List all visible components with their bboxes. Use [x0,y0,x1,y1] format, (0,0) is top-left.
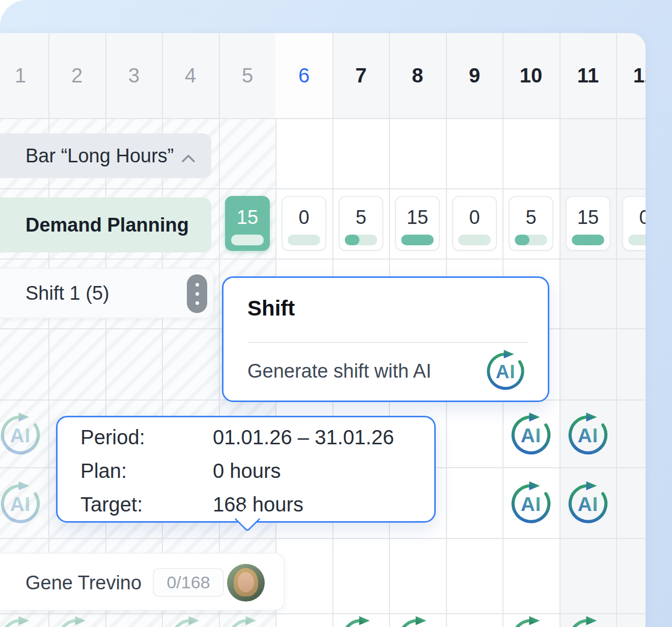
tooltip-value: 168 hours [213,488,303,521]
tooltip-value: 0 hours [213,454,281,488]
ai-generate-icon[interactable] [339,615,383,627]
demand-progress-pill [458,235,491,245]
ai-generate-icon[interactable] [566,411,610,456]
day-header-10[interactable]: 10 [502,33,559,118]
period-plan-target-tooltip: Period: 01.01.26 – 31.01.26 Plan: 0 hour… [56,416,436,523]
weekend-days-region [559,118,646,627]
demand-progress-pill [572,235,604,245]
demand-value: 15 [567,197,609,229]
chevron-up-icon[interactable] [182,145,195,167]
ai-generate-icon-disabled [0,480,43,525]
ai-generate-icon[interactable] [509,615,553,627]
demand-cell-day6[interactable]: 0 [282,196,326,251]
day-header-5[interactable]: 5 [219,33,276,118]
demand-cell-day8[interactable]: 15 [395,196,440,251]
employee-hours-badge: 0/168 [153,568,224,597]
ai-generate-icon-disabled [0,615,43,627]
generate-shift-with-ai-menu-item[interactable]: Generate shift with AI [247,358,431,384]
group-header-bar-long-hours[interactable]: Bar “Long Hours” [0,133,211,178]
employee-row-gene-trevino[interactable]: Gene Trevino 0/168 [0,553,285,611]
tooltip-label: Target: [80,488,213,521]
day-header-6-current[interactable]: 6 [275,33,332,118]
day-header-3[interactable]: 3 [105,33,162,118]
demand-progress-pill [345,235,377,245]
avatar [227,564,265,602]
demand-progress-pill [231,235,264,245]
employee-name: Gene Trevino [25,554,142,612]
demand-cell-day12[interactable]: 0 [622,196,646,251]
demand-value: 15 [396,197,439,229]
demand-value: 0 [283,197,325,229]
day-header-11[interactable]: 11 [559,33,617,118]
day-header-12[interactable]: 12 [616,33,646,118]
tooltip-row-period: Period: 01.01.26 – 31.01.26 [80,420,434,454]
schedule-page: 1 2 3 4 5 6 7 8 9 10 11 12 Bar “Long Hou… [0,0,672,627]
demand-value: 0 [623,197,646,229]
demand-value: 5 [340,197,382,229]
demand-value: 0 [453,197,496,229]
gridline [0,188,646,189]
ai-generate-icon[interactable] [509,411,553,456]
shift-1-row-label[interactable]: Shift 1 (5) [0,268,214,319]
group-label: Bar “Long Hours” [25,145,174,167]
kebab-menu-icon[interactable] [187,274,207,313]
gridline [0,613,646,614]
popup-title: Shift [247,296,295,321]
popup-divider [247,342,528,343]
ai-generate-icon[interactable] [395,615,440,627]
ai-generate-icon-disabled [54,615,99,627]
day-header-1[interactable]: 1 [0,33,49,118]
demand-progress-pill [628,235,646,245]
shift-1-label: Shift 1 (5) [25,282,109,304]
ai-generate-icon[interactable] [484,349,527,391]
demand-cell-day5[interactable]: 15 [225,196,270,251]
ai-generate-icon[interactable] [566,615,610,627]
schedule-grid-panel: 1 2 3 4 5 6 7 8 9 10 11 12 Bar “Long Hou… [0,33,646,627]
tooltip-label: Plan: [80,454,213,488]
tooltip-value: 01.01.26 – 31.01.26 [213,420,394,454]
demand-value: 5 [510,197,552,229]
gridline [0,538,646,539]
tooltip-label: Period: [80,420,213,454]
demand-planning-row-label: Demand Planning [0,197,211,252]
demand-progress-pill [515,235,547,245]
day-header-9[interactable]: 9 [446,33,503,118]
shift-context-popup: Shift Generate shift with AI [222,276,549,402]
ai-generate-icon-disabled [225,615,270,627]
day-header-4[interactable]: 4 [162,33,219,118]
ai-generate-icon[interactable] [566,480,610,525]
gridline [0,259,646,260]
demand-cell-day9[interactable]: 0 [452,196,497,251]
gridline [0,118,646,119]
demand-value: 15 [226,197,269,229]
day-header-2[interactable]: 2 [48,33,105,118]
demand-cell-day11[interactable]: 15 [566,196,610,251]
demand-cell-day10[interactable]: 5 [509,196,553,251]
ai-generate-icon-disabled [0,411,43,456]
ai-generate-icon-disabled [168,615,213,627]
demand-progress-pill [401,235,434,245]
ai-generate-icon[interactable] [509,480,553,525]
tooltip-row-plan: Plan: 0 hours [80,454,434,488]
demand-cell-day7[interactable]: 5 [339,196,383,251]
day-header-7[interactable]: 7 [332,33,389,118]
demand-planning-label: Demand Planning [25,214,189,236]
demand-progress-pill [288,235,320,245]
day-header-8[interactable]: 8 [389,33,446,118]
